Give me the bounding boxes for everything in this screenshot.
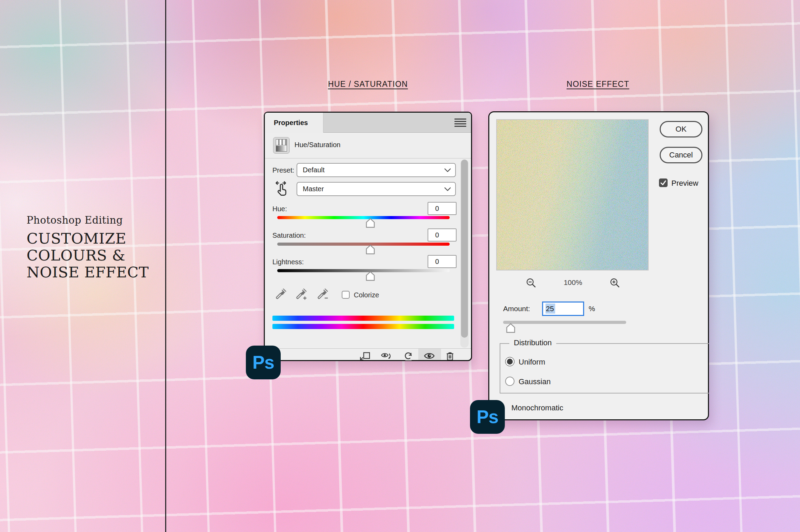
hero-title-line: NOISE EFFECT (27, 264, 149, 281)
lightness-value-input[interactable]: 0 (428, 255, 457, 268)
amount-selected-text: 25 (546, 304, 555, 314)
hue-value-input[interactable]: 0 (428, 202, 457, 215)
hero-title-line: COLOURS & (27, 247, 149, 264)
vertical-divider-line (165, 0, 166, 532)
saturation-value-input[interactable]: 0 (428, 228, 457, 242)
chevron-down-icon (444, 187, 451, 191)
channel-value: Master (303, 185, 324, 193)
preset-dropdown[interactable]: Default (297, 163, 456, 177)
uniform-radio[interactable] (505, 357, 514, 366)
properties-panel: Properties Hue/Saturation Preset: Defaul… (264, 112, 472, 361)
saturation-slider-track[interactable] (277, 243, 450, 246)
preset-value: Default (303, 166, 324, 174)
check-icon (659, 178, 668, 187)
zoom-in-icon[interactable] (609, 277, 620, 288)
saturation-label: Saturation: (272, 232, 306, 239)
hue-saturation-adjustment-icon[interactable] (273, 137, 290, 154)
eyedropper-icon[interactable] (275, 287, 287, 300)
gaussian-label: Gaussian (519, 377, 551, 386)
eyedropper-minus-icon[interactable] (317, 287, 328, 300)
photoshop-logo-badge: Ps (246, 346, 281, 379)
view-previous-state-icon[interactable] (380, 351, 392, 361)
hue-saturation-heading: HUE / SATURATION (309, 80, 427, 89)
lightness-slider-thumb[interactable] (365, 271, 376, 281)
hue-slider-thumb[interactable] (365, 218, 376, 228)
noise-effect-heading: NOISE EFFECT (539, 80, 657, 89)
saturation-slider-thumb[interactable] (365, 245, 376, 255)
uniform-label: Uniform (519, 358, 545, 367)
zoom-out-icon[interactable] (526, 277, 537, 288)
zoom-level-value: 100% (548, 278, 598, 287)
panel-menu-icon[interactable] (454, 119, 466, 128)
amount-slider-thumb[interactable] (505, 323, 516, 333)
amount-input[interactable]: 25 (542, 301, 584, 316)
preset-label: Preset: (272, 166, 294, 174)
add-noise-dialog: 100% Amount: 25 % Distribution Uniform G… (488, 111, 709, 420)
lightness-label: Lightness: (272, 258, 304, 266)
reset-icon[interactable] (402, 351, 415, 361)
hero-text-block: Photoshop Editing CUSTOMIZE COLOURS & NO… (27, 214, 149, 281)
hero-title-line: CUSTOMIZE (27, 230, 149, 247)
hero-kicker: Photoshop Editing (27, 214, 149, 226)
hero-title: CUSTOMIZE COLOURS & NOISE EFFECT (27, 230, 149, 281)
colorize-label: Colorize (354, 291, 379, 299)
chevron-down-icon (444, 168, 451, 172)
tab-properties[interactable]: Properties (265, 113, 323, 133)
noise-preview-image[interactable] (496, 119, 649, 270)
lightness-slider-track[interactable] (277, 269, 450, 272)
gaussian-radio[interactable] (505, 377, 514, 386)
amount-label: Amount: (503, 305, 530, 313)
amount-slider-track[interactable] (503, 321, 626, 324)
cancel-button[interactable]: Cancel (660, 147, 702, 163)
eyedropper-plus-icon[interactable] (295, 287, 307, 300)
hue-spectrum-bar-bottom (272, 324, 454, 329)
noise-texture (497, 120, 648, 270)
preview-label: Preview (671, 179, 698, 188)
monochromatic-label[interactable]: Monochromatic (511, 403, 563, 412)
preview-checkbox[interactable] (659, 178, 668, 187)
divider (265, 158, 471, 158)
targeted-adjustment-icon[interactable] (274, 180, 290, 197)
colorize-checkbox[interactable] (342, 291, 350, 299)
ok-button[interactable]: OK (660, 121, 702, 137)
hue-label: Hue: (272, 205, 287, 213)
amount-unit: % (589, 305, 595, 313)
properties-panel-header: Properties (265, 113, 471, 133)
delete-icon[interactable] (444, 351, 456, 361)
adjustment-name-label: Hue/Saturation (294, 141, 340, 149)
hue-slider-track[interactable] (277, 216, 450, 219)
scrollbar-thumb[interactable] (461, 160, 468, 338)
visibility-eye-icon[interactable] (423, 351, 436, 361)
distribution-legend: Distribution (509, 338, 556, 347)
photoshop-logo-badge: Ps (470, 400, 505, 434)
clip-to-layer-icon[interactable] (359, 351, 371, 361)
hue-spectrum-bar-top (272, 316, 454, 321)
channel-dropdown[interactable]: Master (297, 182, 456, 196)
